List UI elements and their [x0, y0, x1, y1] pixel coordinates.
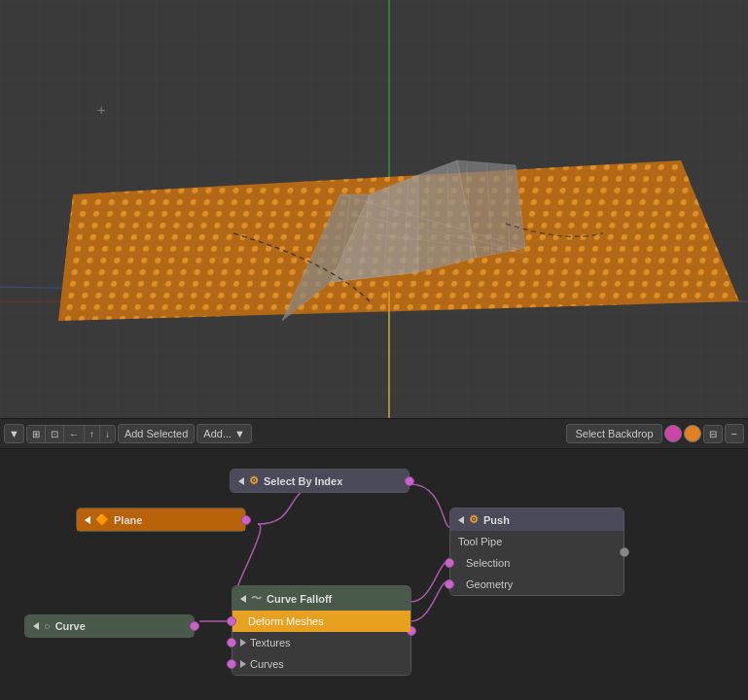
node-curve-falloff-label: Curve Falloff: [267, 593, 332, 605]
add-button[interactable]: Add... ▼: [196, 424, 252, 443]
color-mode-pink[interactable]: [664, 425, 682, 442]
node-curve-falloff-deform-label: Deform Meshes: [248, 615, 324, 627]
node-select-by-index[interactable]: ⚙ Select By Index: [230, 469, 410, 493]
node-plane-label: Plane: [114, 514, 142, 526]
collapse-arrow[interactable]: [238, 477, 244, 485]
plane-icon: 🔶: [95, 513, 109, 526]
push-collapse-arrow[interactable]: [458, 516, 464, 524]
node-push-header: ⚙ Push: [450, 508, 623, 531]
nav-prev-btn[interactable]: ←: [64, 426, 85, 442]
node-curve-falloff-textures-label: Textures: [250, 637, 291, 648]
editor-type-dropdown[interactable]: ▼: [4, 424, 24, 443]
node-select-by-index-header: ⚙ Select By Index: [231, 470, 409, 492]
textures-expand-icon: [240, 639, 246, 647]
3d-viewport: +: [0, 0, 748, 418]
node-plane[interactable]: 🔶 Plane: [76, 508, 246, 532]
push-selection-left-socket: [445, 558, 454, 568]
node-curve-falloff-row-deform: Deform Meshes: [232, 611, 410, 632]
node-curve-falloff[interactable]: 〜 Curve Falloff Deform Meshes Textures C…: [232, 585, 411, 676]
curves-expand-icon: [240, 660, 246, 668]
curve-circle-icon: ○: [44, 620, 51, 632]
node-curve-header: ○ Curve: [25, 615, 194, 637]
node-push-row-geometry: Geometry: [450, 574, 623, 595]
select-by-index-right-socket: [405, 476, 414, 486]
curve-collapse-arrow[interactable]: [33, 622, 39, 630]
node-push-body: Tool Pipe Selection Geometry: [450, 531, 623, 595]
push-gear-icon: ⚙: [469, 513, 479, 526]
node-curve-falloff-body: Deform Meshes Textures Curves: [232, 611, 410, 675]
node-push-label: Push: [483, 514, 510, 526]
curve-falloff-collapse-arrow[interactable]: [240, 595, 246, 603]
select-mode-btn[interactable]: ⊡: [46, 426, 64, 442]
select-backdrop-button[interactable]: Select Backdrop: [566, 424, 661, 443]
svg-text:+: +: [97, 102, 105, 118]
plane-collapse-arrow[interactable]: [85, 516, 90, 524]
node-select-by-index-label: Select By Index: [264, 475, 342, 487]
curve-falloff-textures-socket: [227, 638, 236, 648]
curve-falloff-curves-socket: [227, 659, 236, 669]
node-curve-falloff-header: 〜 Curve Falloff: [232, 586, 410, 611]
node-push-row-toolpipe: Tool Pipe: [450, 531, 623, 552]
grid-view-btn[interactable]: ⊞: [27, 426, 46, 442]
node-push-toolpipe-label: Tool Pipe: [458, 536, 502, 547]
node-editor-canvas: ⚙ Select By Index 🔶 Plane ⚙ Push Tool Pi…: [0, 449, 748, 700]
node-push-geometry-label: Geometry: [466, 578, 513, 590]
push-geometry-left-socket: [445, 579, 454, 589]
node-push[interactable]: ⚙ Push Tool Pipe Selection Geometry: [449, 508, 624, 596]
minus-btn[interactable]: −: [725, 424, 744, 443]
node-curve-falloff-curves-label: Curves: [250, 658, 284, 670]
node-curve[interactable]: ○ Curve: [24, 614, 195, 638]
node-layout-btn[interactable]: ⊟: [703, 425, 723, 443]
nav-up-btn[interactable]: ↓: [100, 426, 115, 442]
curve-falloff-deform-socket: [227, 616, 236, 626]
node-curve-falloff-row-curves: Curves: [232, 653, 410, 675]
add-selected-button[interactable]: Add Selected: [118, 424, 195, 443]
view-icons-cluster: ⊞ ⊡ ← ↑ ↓: [26, 425, 116, 443]
node-push-row-selection: Selection: [450, 552, 623, 574]
nav-next-btn[interactable]: ↑: [85, 426, 100, 442]
color-mode-orange[interactable]: [684, 425, 701, 442]
node-curve-label: Curve: [55, 620, 86, 632]
node-editor-toolbar: ▼ ⊞ ⊡ ← ↑ ↓ Add Selected Add... ▼ Select…: [0, 418, 748, 449]
plane-right-socket: [241, 515, 251, 525]
node-push-selection-label: Selection: [466, 557, 510, 569]
gear-icon: ⚙: [249, 474, 259, 487]
curve-falloff-wave-icon: 〜: [251, 591, 262, 606]
curve-right-socket: [190, 621, 199, 631]
node-view-icons: ⊟ −: [664, 424, 744, 443]
node-plane-header: 🔶 Plane: [77, 508, 245, 531]
node-curve-falloff-row-textures: Textures: [232, 632, 410, 653]
